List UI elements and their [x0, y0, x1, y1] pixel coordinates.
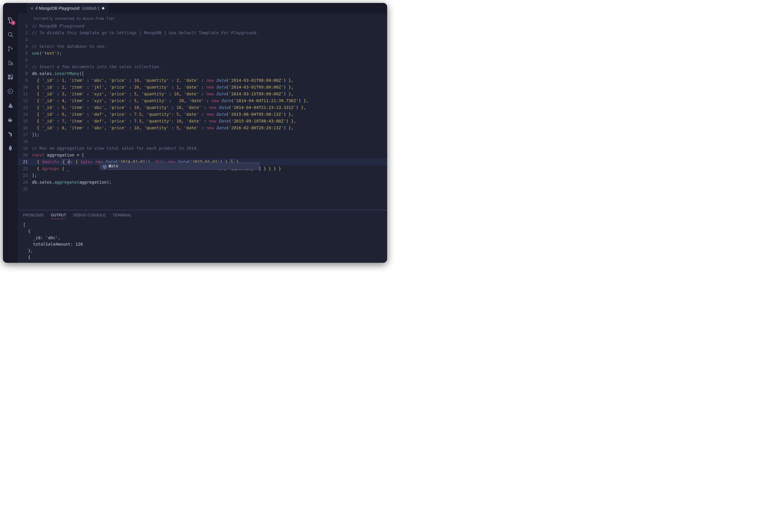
line-number: 12	[18, 97, 32, 104]
line-number: 8	[18, 70, 32, 77]
code-line[interactable]: 7// Insert a few documents into the sale…	[18, 63, 387, 70]
code-line[interactable]: 13 { '_id' : 5, 'item' : 'abc', 'price' …	[18, 104, 387, 111]
tab-debug-console[interactable]: DEBUG CONSOLE	[73, 213, 106, 219]
code-line[interactable]: 4// Select the database to use.	[18, 43, 387, 50]
line-number: 3	[18, 36, 32, 43]
code-line[interactable]: 5use('test');	[18, 50, 387, 57]
code-line[interactable]: 25	[18, 186, 387, 192]
line-number: 6	[18, 57, 32, 63]
svg-rect-8	[11, 75, 13, 77]
tab-terminal[interactable]: TERMINAL	[113, 213, 132, 219]
tab-subtitle: Untitled-1	[82, 6, 100, 11]
tab-icon: ≡	[31, 6, 33, 11]
svg-point-2	[8, 50, 10, 51]
code-line[interactable]: 9 { '_id' : 1, 'item' : 'abc', 'price' :…	[18, 77, 387, 84]
code-line[interactable]: 16 { '_id' : 8, 'item' : 'abc', 'price' …	[18, 125, 387, 131]
suggest-label: date	[108, 163, 118, 169]
svg-rect-7	[11, 77, 13, 79]
mongodb-leaf-icon[interactable]	[6, 144, 14, 152]
extensions-icon[interactable]	[6, 73, 14, 81]
badge: 1	[11, 21, 15, 25]
svg-rect-6	[8, 77, 10, 79]
svg-rect-12	[11, 119, 12, 120]
panel-divider[interactable]	[18, 210, 387, 210]
code-line[interactable]: 11 { '_id' : 3, 'item' : 'xyz', 'price' …	[18, 91, 387, 97]
code-line[interactable]: 20const aggregation = [	[18, 152, 387, 159]
code-line[interactable]: 2// To disable this template go to Setti…	[18, 30, 387, 36]
line-number: 17	[18, 131, 32, 138]
line-number: 7	[18, 63, 32, 70]
svg-rect-13	[9, 118, 10, 119]
editor-tab[interactable]: ≡ // MongoDB Playground Untitled-1	[27, 3, 108, 14]
line-number: 13	[18, 104, 32, 111]
line-number: 18	[18, 138, 32, 145]
line-number: 25	[18, 186, 32, 192]
line-number: 10	[18, 84, 32, 91]
code-line[interactable]: 15 { '_id' : 7, 'item' : 'def', 'price' …	[18, 118, 387, 125]
intellisense-popup[interactable]: date	[100, 162, 260, 170]
dirty-dot-icon	[102, 7, 104, 9]
source-control-icon[interactable]	[6, 45, 14, 53]
line-number: 16	[18, 125, 32, 131]
line-number: 14	[18, 111, 32, 118]
code-line[interactable]: 3	[18, 36, 387, 43]
remote-icon[interactable]	[6, 87, 14, 95]
code-editor[interactable]: Currently connected to Azure Free Tier 1…	[18, 14, 387, 210]
svg-rect-11	[9, 119, 10, 120]
svg-rect-10	[8, 119, 9, 120]
codelens-status[interactable]: Currently connected to Azure Free Tier	[18, 15, 387, 22]
line-number: 22	[18, 165, 32, 172]
search-icon[interactable]	[6, 31, 14, 38]
svg-point-4	[11, 63, 13, 65]
code-line[interactable]: 12 { '_id' : 4, 'item' : 'xyz', 'price' …	[18, 97, 387, 104]
svg-rect-5	[8, 75, 10, 77]
files-icon[interactable]: 1	[6, 17, 14, 24]
code-line[interactable]: 24db.sales.aggregate(aggregation);	[18, 179, 387, 186]
code-line[interactable]: 8db.sales.insertMany([	[18, 70, 387, 77]
svg-point-3	[11, 48, 13, 50]
terraform-icon[interactable]	[6, 130, 14, 138]
suggest-kind-icon	[102, 164, 107, 168]
code-line[interactable]: 18	[18, 138, 387, 145]
code-line[interactable]: 10 { '_id' : 2, 'item' : 'jkl', 'price' …	[18, 84, 387, 91]
line-number: 20	[18, 152, 32, 159]
tab-prefix: //	[35, 6, 38, 11]
line-number: 15	[18, 118, 32, 125]
code-line[interactable]: 14 { '_id' : 6, 'item' : 'def', 'price' …	[18, 111, 387, 118]
code-line[interactable]: 19// Run an aggregation to view total sa…	[18, 145, 387, 152]
line-number: 21	[18, 159, 32, 165]
code-line[interactable]: 17]);	[18, 131, 387, 138]
tab-problems[interactable]: PROBLEMS	[23, 213, 44, 219]
line-number: 4	[18, 43, 32, 50]
line-number: 9	[18, 77, 32, 84]
tab-title: MongoDB Playground	[39, 6, 79, 11]
activity-bar: 1	[3, 14, 18, 263]
line-number: 5	[18, 50, 32, 57]
line-number: 24	[18, 179, 32, 186]
line-number: 23	[18, 172, 32, 179]
code-line[interactable]: 23];	[18, 172, 387, 179]
panel-tabs: PROBLEMS OUTPUT DEBUG CONSOLE TERMINAL	[18, 210, 387, 221]
line-number: 19	[18, 145, 32, 152]
output-body[interactable]: [ { _id: 'abc', totalSaleAmount: 120 }, …	[18, 221, 387, 263]
debug-run-icon[interactable]	[6, 59, 14, 67]
azure-icon[interactable]	[6, 102, 14, 109]
tab-output[interactable]: OUTPUT	[51, 213, 66, 219]
line-number: 2	[18, 30, 32, 36]
line-number: 11	[18, 91, 32, 97]
line-number: 1	[18, 23, 32, 30]
code-line[interactable]: 6	[18, 57, 387, 63]
code-line[interactable]: 1// MongoDB Playground	[18, 23, 387, 30]
tab-bar: ≡ // MongoDB Playground Untitled-1	[3, 3, 387, 14]
docker-icon[interactable]	[6, 116, 14, 123]
svg-point-0	[8, 32, 12, 36]
svg-point-1	[8, 46, 10, 48]
